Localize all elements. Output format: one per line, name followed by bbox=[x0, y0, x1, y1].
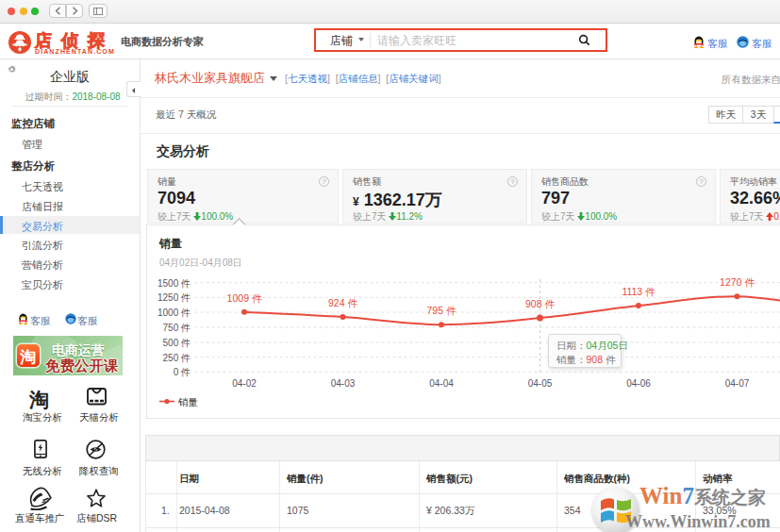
svg-text:04-07: 04-07 bbox=[725, 378, 750, 389]
svg-text:04-02: 04-02 bbox=[232, 378, 257, 389]
svg-text:500 件: 500 件 bbox=[163, 338, 191, 348]
svg-text:1009 件: 1009 件 bbox=[227, 292, 262, 304]
svg-text:04-04: 04-04 bbox=[429, 378, 454, 389]
svg-text:0 件: 0 件 bbox=[174, 367, 191, 377]
svg-text:1500 件: 1500 件 bbox=[158, 278, 191, 289]
svg-text:04-03: 04-03 bbox=[331, 378, 356, 389]
svg-text:04-05: 04-05 bbox=[528, 378, 553, 389]
svg-text:908 件: 908 件 bbox=[525, 298, 555, 309]
svg-text:250 件: 250 件 bbox=[163, 353, 191, 363]
svg-text:1270 件: 1270 件 bbox=[720, 276, 755, 288]
svg-text:1113 件: 1113 件 bbox=[622, 286, 656, 297]
svg-text:924 件: 924 件 bbox=[328, 297, 357, 308]
svg-text:1000 件: 1000 件 bbox=[158, 308, 191, 318]
svg-text:750 件: 750 件 bbox=[163, 323, 191, 333]
svg-text:04-06: 04-06 bbox=[626, 378, 651, 389]
svg-text:1250 件: 1250 件 bbox=[158, 292, 191, 303]
svg-text:795 件: 795 件 bbox=[427, 305, 456, 316]
